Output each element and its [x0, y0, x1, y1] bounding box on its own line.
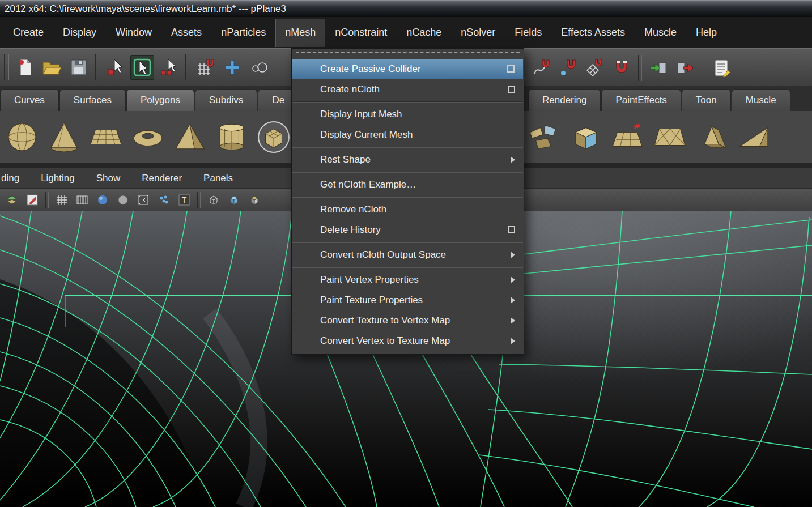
film-gate-icon[interactable] [74, 191, 91, 208]
option-box-icon[interactable] [507, 65, 515, 73]
window-titlebar[interactable]: 2012 x64: C:\firework\maya\scenes\firewo… [0, 0, 812, 17]
menu-assets[interactable]: Assets [161, 19, 211, 46]
menu-item-label: Create nCloth [320, 84, 380, 95]
shaded-sphere-icon[interactable] [94, 191, 111, 208]
select-by-hierarchy-icon[interactable] [104, 55, 127, 80]
menu-create[interactable]: Create [3, 19, 53, 46]
new-scene-icon[interactable] [14, 55, 37, 80]
poly-torus-icon[interactable] [128, 116, 168, 158]
poly-pyramid-icon[interactable] [170, 116, 210, 158]
nmesh-display-input-mesh[interactable]: Display Input Mesh [292, 104, 524, 125]
snap-to-view-planes-icon[interactable] [583, 56, 607, 80]
poly-pipe-icon[interactable] [212, 116, 252, 158]
nmesh-create-passive-collider[interactable]: Create Passive Collider [292, 59, 523, 79]
textured-cube-icon[interactable] [246, 191, 263, 208]
toolbar-separator [638, 55, 642, 81]
shelf-tab-rendering[interactable]: Rendering [528, 89, 601, 111]
menu-nparticles[interactable]: nParticles [211, 19, 275, 46]
panel-menu-panels[interactable]: Panels [193, 173, 244, 184]
menu-muscle[interactable]: Muscle [635, 19, 686, 46]
snap-to-points-icon[interactable] [556, 56, 580, 80]
poly-plane-icon[interactable] [86, 116, 126, 158]
menu-display[interactable]: Display [53, 19, 106, 46]
poly-prism-icon[interactable] [692, 116, 732, 158]
tearoff-handle[interactable] [296, 52, 520, 57]
nmesh-delete-history[interactable]: Delete History [292, 220, 524, 240]
menu-effects-assets[interactable]: Effects Assets [551, 19, 635, 46]
submenu-arrow-icon [511, 252, 515, 258]
shelf-tab-surfaces[interactable]: Surfaces [59, 89, 126, 111]
nmesh-dropdown-menu: Create Passive Collider Create nCloth Di… [291, 48, 524, 355]
shelf-tab-painteffects[interactable]: PaintEffects [601, 89, 681, 111]
nmesh-paint-texture-properties[interactable]: Paint Texture Properties [292, 290, 524, 310]
nmesh-create-ncloth[interactable]: Create nCloth [292, 79, 524, 100]
make-object-live-icon[interactable] [610, 56, 634, 80]
option-box-icon[interactable] [508, 226, 515, 233]
menu-window[interactable]: Window [106, 19, 161, 46]
submenu-arrow-icon [511, 338, 515, 344]
toolbar-grip[interactable] [4, 54, 9, 80]
poly-cone-icon[interactable] [44, 116, 84, 158]
menu-nmesh[interactable]: nMesh [275, 19, 325, 47]
menu-item-label: Remove nCloth [320, 204, 386, 215]
menu-item-label: Create Passive Collider [320, 63, 421, 75]
shelf-tab-curves[interactable]: Curves [0, 89, 59, 111]
menu-item-label: Rest Shape [320, 154, 371, 165]
shelf-tab-muscle[interactable]: Muscle [732, 89, 790, 111]
option-box-icon[interactable] [508, 86, 515, 93]
snap-to-curves-icon[interactable] [530, 56, 554, 80]
shaded-cube-icon[interactable] [226, 191, 243, 208]
particles-icon[interactable] [155, 191, 172, 208]
nmesh-convert-ncloth-output-space[interactable]: Convert nCloth Output Space [292, 245, 524, 265]
select-by-component-icon[interactable] [157, 55, 181, 80]
shelf-tab-toon[interactable]: Toon [682, 89, 731, 111]
toolbar-separator [702, 55, 705, 81]
shelf-tab-subdivs[interactable]: Subdivs [195, 89, 257, 111]
construction-history-icon[interactable] [710, 56, 734, 80]
open-scene-icon[interactable] [40, 55, 64, 80]
paint-select-icon[interactable] [247, 55, 271, 80]
output-connections-icon[interactable] [673, 56, 697, 80]
poly-cube-icon[interactable] [566, 116, 606, 158]
panel-menu-renderer[interactable]: Renderer [131, 173, 193, 184]
menu-ncache[interactable]: nCache [397, 19, 451, 46]
nmesh-convert-vertex-to-texture-map[interactable]: Convert Vertex to Texture Map [292, 331, 524, 351]
menu-nconstraint[interactable]: nConstraint [325, 19, 397, 46]
flat-sphere-icon[interactable] [114, 191, 131, 208]
save-scene-icon[interactable] [67, 55, 91, 80]
menu-fields[interactable]: Fields [505, 19, 551, 46]
poly-sphere-icon[interactable] [2, 116, 42, 158]
poly-triangulate-icon[interactable] [650, 116, 690, 158]
poly-shatter-icon[interactable] [524, 116, 564, 158]
menu-help[interactable]: Help [686, 19, 726, 46]
nmesh-rest-shape[interactable]: Rest Shape [292, 150, 524, 170]
poly-wedge-icon[interactable] [734, 116, 773, 158]
menu-item-label: Convert nCloth Output Space [320, 249, 446, 261]
toolbar-right-group [530, 49, 734, 87]
nmesh-get-ncloth-example[interactable]: Get nCloth Example… [292, 174, 524, 195]
grid-icon[interactable] [53, 191, 70, 208]
select-by-object-type-icon[interactable] [130, 55, 154, 80]
nmesh-display-current-mesh[interactable]: Display Current Mesh [292, 125, 524, 145]
panel-menu-show[interactable]: Show [86, 173, 131, 184]
texture-letter-icon[interactable]: T [176, 191, 193, 208]
nmesh-paint-vertex-properties[interactable]: Paint Vertex Properties [292, 270, 524, 290]
paint-icon[interactable] [24, 191, 41, 208]
shelf-tab-polygons[interactable]: Polygons [126, 89, 194, 111]
poly-poke-icon[interactable] [608, 116, 648, 158]
nmesh-convert-texture-to-vertex-map[interactable]: Convert Texture to Vertex Map [292, 310, 524, 331]
panel-menu-shading-partial[interactable]: ding [0, 173, 30, 184]
wireframe-cube-icon[interactable] [205, 191, 222, 208]
panel-menu-lighting[interactable]: Lighting [30, 173, 86, 184]
snap-to-grids-icon[interactable] [194, 55, 218, 80]
input-connections-icon[interactable] [647, 56, 670, 80]
menu-item-label: Convert Texture to Vertex Map [320, 315, 450, 326]
menu-nsolver[interactable]: nSolver [451, 19, 505, 46]
smooth-mesh-icon[interactable] [254, 116, 294, 158]
xray-icon[interactable] [135, 191, 152, 208]
layers-icon[interactable] [3, 191, 20, 208]
window-title: 2012 x64: C:\firework\maya\scenes\firewo… [5, 3, 286, 14]
crosshair-icon[interactable] [220, 55, 244, 80]
menu-item-label: Paint Texture Properties [320, 295, 423, 306]
nmesh-remove-ncloth[interactable]: Remove nCloth [292, 199, 524, 220]
